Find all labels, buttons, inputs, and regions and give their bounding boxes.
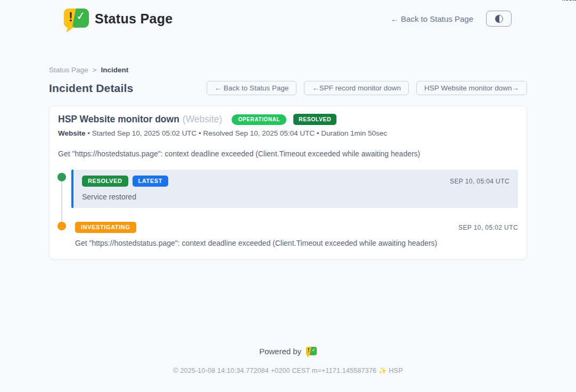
investigating-badge: INVESTIGATING [75,222,136,233]
breadcrumb: Status Page > Incident [49,66,527,74]
breadcrumb-status-page[interactable]: Status Page [49,66,88,74]
title-row: Incident Details ← Back to Status Page ←… [49,81,527,95]
back-to-status-page-button[interactable]: ← Back to Status Page [207,81,297,95]
next-incident-button[interactable]: HSP Website monitor down→ [416,81,527,95]
operational-status-badge: OPERATIONAL [232,114,286,125]
timeline-dot-investigating [57,222,66,230]
incident-nav-buttons: ← Back to Status Page ←SPF record monito… [207,81,527,95]
timeline-entry-latest: RESOLVED LATEST SEP 10, 05:04 UTC Servic… [71,170,518,208]
prev-incident-button[interactable]: ←SPF record monitor down [304,81,409,95]
breadcrumb-incident: Incident [101,66,128,74]
theme-toggle-button[interactable] [486,11,512,27]
timeline-message: Get "https://hostedstatus.page": context… [75,239,518,247]
timeline-connector-line [61,178,62,227]
main-content: Status Page > Incident Incident Details … [49,66,527,260]
incident-service-name: Website [58,129,86,137]
powered-by-label: Powered by [259,347,301,356]
copyright-text: © 2025-10-08 14:10:34.772084 +0200 CEST … [0,366,576,374]
resolved-state-badge: RESOLVED [293,114,336,125]
header-actions: ← Back to Status Page [391,11,512,27]
copyright-suffix: HSP [389,367,402,374]
footer: Powered by ! ✓ © 2025-10-08 14:10:34.772… [0,347,576,374]
header: ! ✓ Status Page hosted ← Back to Status … [0,0,576,29]
timeline-message: Service restored [82,193,509,201]
timeline-entry-header: RESOLVED LATEST SEP 10, 05:04 UTC [82,176,509,187]
page-title: Incident Details [49,82,133,95]
incident-meta: Website • Started Sep 10, 2025 05:02 UTC… [58,129,518,137]
incident-subtitle: (Website) [183,114,223,125]
copyright-prefix: © 2025-10-08 14:10:34.772084 +0200 CEST … [173,367,376,374]
powered-by-link[interactable]: Powered by ! ✓ [259,347,317,356]
contrast-icon [495,15,503,23]
timeline-entry-header: INVESTIGATING SEP 10, 05:02 UTC [75,222,518,233]
incident-title: HSP Website monitor down [58,114,179,125]
check-glyph: ✓ [76,9,86,23]
incident-meta-details: • Started Sep 10, 2025 05:02 UTC • Resol… [86,129,388,137]
resolved-badge: RESOLVED [82,176,128,187]
brand-name: Status Page [95,11,172,27]
timeline-timestamp: SEP 10, 05:04 UTC [450,178,509,185]
timeline-timestamp: SEP 10, 05:02 UTC [458,224,518,231]
status-page-logo-icon: ! ✓ [64,9,89,29]
latest-badge: LATEST [133,176,169,187]
breadcrumb-separator: > [93,66,97,74]
incident-description: Get "https://hostedstatus.page": context… [58,149,518,158]
brand-logo[interactable]: ! ✓ Status Page hosted [64,9,172,29]
incident-card: HSP Website monitor down (Website) OPERA… [49,106,527,260]
timeline-entry-investigating: INVESTIGATING SEP 10, 05:02 UTC Get "htt… [75,222,518,247]
sparkles-icon: ✨ [378,367,387,374]
timeline-dot-resolved [57,173,66,181]
incident-timeline: RESOLVED LATEST SEP 10, 05:04 UTC Servic… [58,170,518,247]
timeline-badges: RESOLVED LATEST [82,176,168,187]
exclamation-glyph: ! [69,10,73,24]
status-page-mini-logo-icon: ! ✓ [306,347,317,356]
brand-hosted-label: hosted [562,0,576,2]
back-to-status-page-link[interactable]: ← Back to Status Page [391,14,473,23]
incident-title-row: HSP Website monitor down (Website) OPERA… [58,114,518,125]
timeline-badges: INVESTIGATING [75,222,136,233]
